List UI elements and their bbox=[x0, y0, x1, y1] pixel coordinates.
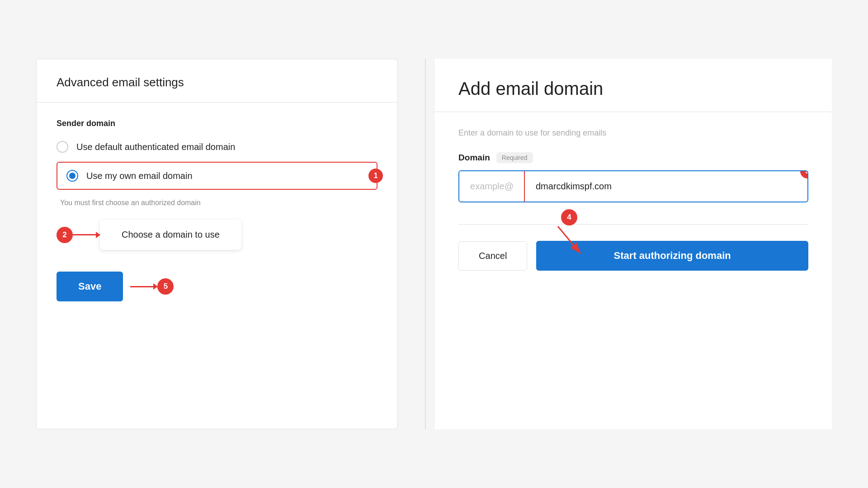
panel-divider bbox=[425, 59, 426, 429]
right-panel-body: Enter a domain to use for sending emails… bbox=[435, 128, 832, 429]
radio-label-own: Use my own email domain bbox=[86, 171, 193, 181]
radio-label-default: Use default authenticated email domain bbox=[76, 142, 235, 152]
radio-circle-default bbox=[57, 141, 68, 153]
choose-domain-row: 2 Choose a domain to use bbox=[57, 220, 377, 250]
left-panel-title: Advanced email settings bbox=[57, 75, 377, 89]
required-badge: Required bbox=[496, 152, 533, 163]
step4-arrow bbox=[549, 225, 590, 257]
domain-input[interactable] bbox=[525, 171, 807, 202]
save-button[interactable]: Save bbox=[57, 272, 123, 301]
right-panel: Add email domain Enter a domain to use f… bbox=[435, 59, 832, 429]
left-panel-header: Advanced email settings bbox=[37, 59, 397, 103]
choose-domain-button[interactable]: Choose a domain to use bbox=[100, 220, 241, 250]
domain-prefix: example@ bbox=[459, 171, 525, 202]
radio-option-own[interactable]: Use my own email domain 1 bbox=[57, 162, 377, 190]
domain-subtitle: Enter a domain to use for sending emails bbox=[458, 128, 808, 138]
left-panel-body: Sender domain Use default authenticated … bbox=[37, 103, 397, 429]
right-panel-title: Add email domain bbox=[435, 59, 832, 112]
arrow-line-save bbox=[130, 286, 157, 287]
step4-area: 4 bbox=[549, 209, 590, 257]
arrow-to-choose-domain bbox=[73, 234, 100, 235]
domain-label-row: Domain Required bbox=[458, 152, 808, 163]
right-panel-divider-top bbox=[435, 112, 832, 112]
sender-domain-label: Sender domain bbox=[57, 119, 377, 128]
svg-line-1 bbox=[558, 226, 580, 253]
step2-badge: 2 bbox=[57, 227, 73, 243]
arrow-from-save bbox=[130, 286, 157, 287]
domain-input-wrapper: example@ 3 bbox=[458, 170, 808, 202]
step5-badge: 5 bbox=[157, 278, 174, 295]
step4-badge: 4 bbox=[561, 209, 577, 225]
left-panel: Advanced email settings Sender domain Us… bbox=[36, 59, 398, 429]
radio-circle-own bbox=[66, 170, 78, 182]
right-panel-divider-bottom bbox=[458, 224, 808, 225]
domain-label: Domain bbox=[458, 153, 490, 163]
helper-text: You must first choose an authorized doma… bbox=[60, 199, 377, 207]
action-row: 4 Cancel Start authorizing domain bbox=[458, 241, 808, 271]
save-row: Save 5 bbox=[57, 272, 377, 301]
step1-badge: 1 bbox=[368, 169, 383, 183]
radio-option-default[interactable]: Use default authenticated email domain bbox=[57, 141, 377, 153]
cancel-button[interactable]: Cancel bbox=[458, 241, 527, 271]
domain-input-field-wrapper: 3 bbox=[524, 170, 808, 202]
